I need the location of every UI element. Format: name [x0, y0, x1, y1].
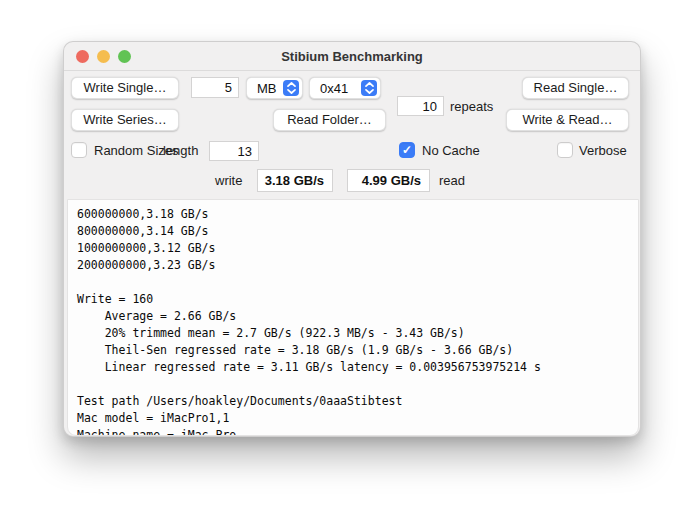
unit-popup-value: MB [257, 81, 277, 96]
no-cache-checkbox[interactable]: ✓ [399, 142, 415, 158]
write-speed-label: write [215, 173, 242, 188]
verbose-checkbox[interactable]: ✓ [557, 142, 573, 158]
chevron-up-down-icon [283, 80, 299, 96]
traffic-lights [76, 50, 131, 63]
write-series-button[interactable]: Write Series… [71, 109, 179, 131]
write-and-read-button[interactable]: Write & Read… [506, 109, 629, 131]
pattern-popup-value: 0x41 [320, 81, 348, 96]
results-log-text: 600000000,3.18 GB/s 800000000,3.14 GB/s … [68, 200, 638, 436]
app-window: Stibium Benchmarking Write Single… 5 MB … [63, 41, 641, 437]
read-folder-button[interactable]: Read Folder… [273, 109, 386, 131]
read-speed-value: 4.99 GB/s [347, 169, 430, 192]
verbose-label: Verbose [579, 143, 627, 158]
random-sizes-checkbox[interactable]: ✓ [71, 142, 87, 158]
length-label: length [163, 143, 198, 158]
write-speed-value: 3.18 GB/s [257, 169, 333, 192]
read-single-button[interactable]: Read Single… [522, 77, 629, 99]
repeats-label: repeats [450, 99, 493, 114]
chevron-up-down-icon [361, 80, 377, 96]
pattern-popup[interactable]: 0x41 [309, 77, 381, 99]
check-icon: ✓ [402, 144, 412, 156]
window-title: Stibium Benchmarking [281, 49, 423, 64]
unit-popup[interactable]: MB [246, 77, 303, 99]
zoom-window-icon[interactable] [118, 50, 131, 63]
size-input[interactable]: 5 [191, 77, 239, 98]
results-log[interactable]: 600000000,3.18 GB/s 800000000,3.14 GB/s … [67, 199, 639, 436]
close-window-icon[interactable] [76, 50, 89, 63]
length-input[interactable]: 13 [209, 141, 259, 161]
write-single-button[interactable]: Write Single… [71, 77, 179, 99]
no-cache-label: No Cache [422, 143, 480, 158]
title-bar[interactable]: Stibium Benchmarking [64, 42, 640, 71]
minimize-window-icon[interactable] [97, 50, 110, 63]
read-speed-label: read [439, 173, 465, 188]
repeats-input[interactable]: 10 [397, 96, 444, 116]
